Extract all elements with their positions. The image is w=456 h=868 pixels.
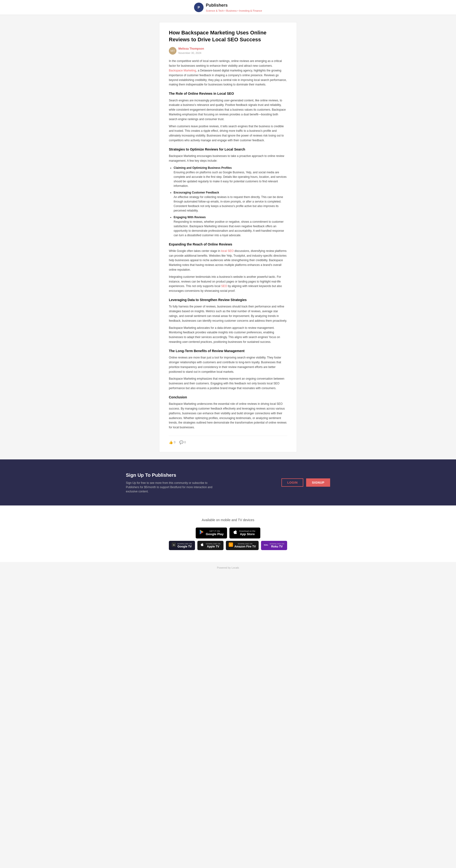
intro-paragraph: In the competitive world of local search… bbox=[169, 59, 287, 87]
apple-tv-top-label: DOWNLOAD ON bbox=[206, 543, 220, 545]
list-item: Encouraging Customer Feedback An effecti… bbox=[174, 190, 287, 213]
section1-p1: Search engines are increasingly prioriti… bbox=[169, 98, 287, 122]
comment-count: 0 bbox=[184, 440, 186, 445]
signup-button[interactable]: SIGNUP bbox=[306, 478, 330, 487]
amazon-fire-top-label: DOWNLOAD ON bbox=[235, 543, 256, 545]
author-date: November 30, 2024 bbox=[178, 51, 204, 55]
footer-powered-by: Powered by Locals bbox=[217, 566, 239, 569]
site-footer: Powered by Locals bbox=[0, 562, 456, 574]
google-play-button[interactable]: GET IT ON Google Play bbox=[196, 528, 227, 538]
signup-description: Sign Up for free to see more from this c… bbox=[126, 481, 216, 494]
svg-text:G: G bbox=[173, 544, 175, 546]
apple-tv-button[interactable]: DOWNLOAD ON Apple TV bbox=[197, 541, 223, 550]
article-title: How Backspace Marketing Uses Online Revi… bbox=[169, 29, 287, 43]
google-play-bottom-label: Google Play bbox=[206, 532, 223, 536]
comment-reaction[interactable]: 💬 0 bbox=[179, 440, 186, 445]
amazon-fire-tv-button[interactable]: f DOWNLOAD ON Amazon Fire TV bbox=[226, 541, 259, 550]
site-tagline: Science & Tech • Business • Investing & … bbox=[206, 9, 262, 13]
section5-title: The Long-Term Benefits of Review Managem… bbox=[169, 348, 287, 353]
roku-icon: ROKU bbox=[264, 542, 268, 549]
google-tv-bottom-label: Google TV bbox=[177, 545, 192, 548]
section1-title: The Role of Online Reviews in Local SEO bbox=[169, 91, 287, 96]
app-store-button[interactable]: Download on the App Store bbox=[230, 528, 260, 538]
site-header: P Publishers Science & Tech • Business •… bbox=[0, 0, 456, 15]
section6-p1: Backspace Marketing underscores the esse… bbox=[169, 402, 287, 430]
list-item: Engaging With Reviews Responding to revi… bbox=[174, 215, 287, 238]
backspace-marketing-link[interactable]: Backspace Marketing bbox=[169, 69, 196, 72]
roku-top-label: DOWNLOAD ON bbox=[270, 543, 284, 545]
svg-text:f: f bbox=[231, 544, 231, 546]
roku-tv-button[interactable]: ROKU DOWNLOAD ON Roku TV bbox=[261, 541, 287, 550]
reaction-row: 👍 0 💬 0 bbox=[169, 436, 287, 445]
section4-p2: Backspace Marketing advocates for a data… bbox=[169, 326, 287, 344]
author-row: MT Melissa Thompson November 30, 2024 bbox=[169, 46, 287, 55]
like-reaction[interactable]: 👍 0 bbox=[169, 440, 176, 445]
section6-title: Conclusion bbox=[169, 395, 287, 400]
site-name: Publishers bbox=[206, 2, 262, 9]
mobile-section: Available on mobile and TV devices GET I… bbox=[0, 505, 456, 562]
app-store-bottom-label: App Store bbox=[239, 532, 255, 536]
google-tv-top-label: DOWNLOAD ON bbox=[177, 543, 192, 545]
section5-p1: Online reviews are more than just a tool… bbox=[169, 355, 287, 374]
svg-text:P: P bbox=[197, 5, 200, 9]
section2-list: Claiming and Optimizing Business Profile… bbox=[174, 166, 287, 238]
article-wrapper: How Backspace Marketing Uses Online Revi… bbox=[159, 22, 297, 452]
google-tv-icon: G bbox=[172, 542, 176, 549]
login-button[interactable]: LOGIN bbox=[281, 478, 303, 487]
section3-p2: Integrating customer testimonials into a… bbox=[169, 275, 287, 293]
app-store-row: GET IT ON Google Play Download on the Ap… bbox=[9, 528, 447, 538]
like-count: 0 bbox=[174, 440, 176, 445]
list-item: Claiming and Optimizing Business Profile… bbox=[174, 166, 287, 188]
author-name[interactable]: Melissa Thompson bbox=[178, 46, 204, 51]
article-body: In the competitive world of local search… bbox=[169, 59, 287, 430]
signup-text-block: Sign Up To Publishers Sign Up for free t… bbox=[126, 471, 216, 494]
signup-title: Sign Up To Publishers bbox=[126, 471, 216, 479]
section2-title: Strategies to Optimize Reviews for Local… bbox=[169, 147, 287, 152]
google-play-icon bbox=[199, 529, 204, 537]
main-content: How Backspace Marketing Uses Online Revi… bbox=[0, 22, 456, 452]
signup-section: Sign Up To Publishers Sign Up for free t… bbox=[0, 459, 456, 505]
author-avatar: MT bbox=[169, 47, 177, 55]
section1-p2: When customers leave positive reviews, i… bbox=[169, 124, 287, 143]
apple-tv-icon bbox=[200, 542, 205, 549]
amazon-fire-icon: f bbox=[229, 542, 233, 549]
comment-icon: 💬 bbox=[179, 440, 183, 445]
seo-link[interactable]: SEO bbox=[221, 284, 227, 288]
thumbs-up-icon: 👍 bbox=[169, 440, 173, 445]
apple-icon bbox=[233, 529, 238, 537]
section2-intro: Backspace Marketing encourages businesse… bbox=[169, 154, 287, 163]
apple-tv-bottom-label: Apple TV bbox=[206, 545, 220, 548]
section3-p1: While Google often takes center stage in… bbox=[169, 249, 287, 272]
section3-title: Expanding the Reach of Online Reviews bbox=[169, 242, 287, 247]
signup-buttons: LOGIN SIGNUP bbox=[281, 478, 330, 487]
roku-bottom-label: Roku TV bbox=[270, 545, 284, 548]
section4-p1: To fully harness the power of reviews, b… bbox=[169, 304, 287, 323]
app-store-top-label: Download on the bbox=[239, 530, 255, 532]
local-seo-link[interactable]: local SEO bbox=[221, 249, 234, 253]
tv-buttons-row: G DOWNLOAD ON Google TV DOWNLOAD ON Appl… bbox=[9, 541, 447, 550]
site-logo[interactable]: P bbox=[194, 3, 204, 12]
section4-title: Leveraging Data to Strengthen Review Str… bbox=[169, 297, 287, 303]
amazon-fire-bottom-label: Amazon Fire TV bbox=[235, 545, 256, 548]
section5-p2: Backspace Marketing emphasizes that revi… bbox=[169, 376, 287, 391]
google-play-top-label: GET IT ON bbox=[206, 530, 223, 532]
google-tv-button[interactable]: G DOWNLOAD ON Google TV bbox=[169, 541, 195, 550]
svg-text:ROKU: ROKU bbox=[264, 544, 268, 546]
mobile-section-title: Available on mobile and TV devices bbox=[9, 517, 447, 523]
